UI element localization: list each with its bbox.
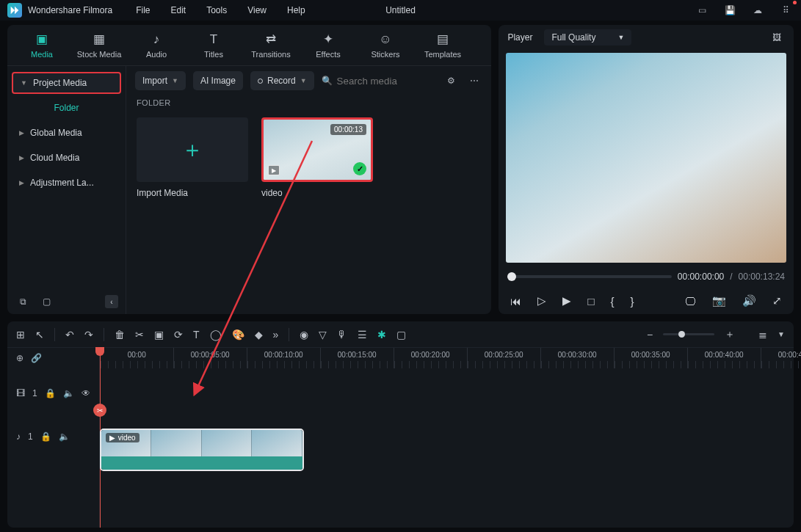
audio-track-icon: ♪ xyxy=(16,431,21,442)
fullscreen-icon[interactable]: ⤢ xyxy=(772,294,782,307)
sidebar-project-media-label: Project Media xyxy=(33,78,87,88)
play-back-icon[interactable]: ▷ xyxy=(537,294,546,307)
sidebar-project-media[interactable]: ▼ Project Media xyxy=(12,72,121,94)
audio-track-header[interactable]: ♪ 1 🔒 🔈 xyxy=(7,418,99,455)
visibility-icon[interactable]: 👁 xyxy=(81,388,90,398)
tab-stickers[interactable]: ☺ Stickers xyxy=(358,32,413,59)
search-input[interactable] xyxy=(337,76,436,87)
zoom-in-icon[interactable]: ＋ xyxy=(725,328,735,341)
markers-icon[interactable]: ▽ xyxy=(319,329,327,340)
duration-badge: 00:00:13 xyxy=(330,124,366,135)
sidebar-collapse-button[interactable]: ‹ xyxy=(105,295,118,308)
sidebar-adjustment-layers[interactable]: ▶ Adjustment La... xyxy=(12,172,121,194)
menu-help[interactable]: Help xyxy=(287,5,305,15)
chevron-down-icon: ▼ xyxy=(172,77,178,84)
lock-icon[interactable]: 🔒 xyxy=(45,388,56,398)
play-icon[interactable]: ▶ xyxy=(562,294,571,307)
new-bin-icon[interactable]: ⧉ xyxy=(15,294,31,310)
voice-icon[interactable]: 🎙 xyxy=(337,329,347,340)
ai-image-button[interactable]: AI Image xyxy=(193,71,243,90)
mark-in-icon[interactable]: { xyxy=(610,295,614,307)
volume-icon[interactable]: 🔊 xyxy=(742,294,756,307)
video-track-header[interactable]: 🎞 1 🔒 🔈 👁 xyxy=(7,368,99,418)
focus-icon[interactable]: ◉ xyxy=(300,329,308,340)
sidebar-folder[interactable]: Folder xyxy=(12,97,121,119)
check-used-icon: ✓ xyxy=(353,162,366,175)
scrub-knob[interactable] xyxy=(507,272,516,281)
preview-canvas[interactable] xyxy=(506,53,786,263)
notification-dot xyxy=(793,1,797,4)
delete-icon[interactable]: 🗑 xyxy=(115,329,125,340)
playhead-scissor-icon[interactable]: ✂ xyxy=(93,404,106,417)
lock-icon[interactable]: 🔒 xyxy=(40,431,51,442)
add-track-icon[interactable]: ⊕ xyxy=(16,353,23,363)
text-icon[interactable]: T xyxy=(193,329,200,340)
tab-templates[interactable]: ▤ Templates xyxy=(416,32,470,59)
media-thumb-video[interactable]: 00:00:13 ▶ ✓ xyxy=(261,117,373,182)
import-button[interactable]: Import ▼ xyxy=(135,71,186,90)
track-view-icon[interactable]: ≣ xyxy=(758,329,767,340)
mixer-icon[interactable]: ☰ xyxy=(358,329,367,340)
menu-view[interactable]: View xyxy=(247,5,267,15)
mute-icon[interactable]: 🔈 xyxy=(63,388,74,398)
menu-tools[interactable]: Tools xyxy=(206,5,227,15)
caret-right-icon: ▶ xyxy=(19,129,24,136)
undo-icon[interactable]: ↶ xyxy=(65,329,74,340)
new-folder-icon[interactable]: ▢ xyxy=(38,294,54,310)
pointer-icon[interactable]: ↖ xyxy=(35,329,44,340)
plus-icon: ＋ xyxy=(181,135,203,165)
ruler-tick: 00:00:35:00 xyxy=(614,348,687,368)
tab-stock-media[interactable]: ▦ Stock Media xyxy=(72,32,126,59)
link-icon[interactable]: 🔗 xyxy=(31,353,42,363)
stickers-icon: ☺ xyxy=(379,32,391,47)
sidebar-global-media[interactable]: ▶ Global Media xyxy=(12,122,121,144)
time-total: 00:00:13:24 xyxy=(739,272,785,282)
speed-icon[interactable]: ⟳ xyxy=(174,329,183,340)
prev-frame-icon[interactable]: ⏮ xyxy=(510,295,521,307)
record-button[interactable]: Record ▼ xyxy=(250,71,314,90)
auto-reframe-icon[interactable]: ⊞ xyxy=(16,329,25,340)
tab-media[interactable]: ▣ Media xyxy=(15,32,69,59)
menu-file[interactable]: File xyxy=(136,5,150,15)
magnetic-icon[interactable]: ✱ xyxy=(377,329,386,340)
display-icon[interactable]: 🖵 xyxy=(685,295,696,307)
import-media-tile[interactable]: ＋ xyxy=(137,117,248,182)
filter-icon[interactable]: ⚙ xyxy=(443,73,459,89)
camera-icon[interactable]: 📷 xyxy=(712,294,726,307)
zoom-slider[interactable] xyxy=(663,333,714,335)
palette-icon[interactable]: 🎨 xyxy=(232,329,244,340)
snapshot-icon[interactable]: 🖼 xyxy=(769,29,785,45)
clip-audio-waveform xyxy=(101,456,302,470)
stop-icon[interactable]: □ xyxy=(587,295,594,307)
cloud-upload-icon[interactable]: ☁ xyxy=(750,2,766,18)
sidebar-adjustment-label: Adjustment La... xyxy=(30,178,94,188)
tab-transitions[interactable]: ⇄ Transitions xyxy=(244,32,298,59)
keyframe-icon[interactable]: ◆ xyxy=(255,329,263,340)
split-icon[interactable]: ✂ xyxy=(135,329,144,340)
device-icon[interactable]: ▭ xyxy=(694,2,710,18)
more-icon[interactable]: ⋯ xyxy=(466,73,482,89)
timeline-ruler[interactable]: 00:00 00:00:05:00 00:00:10:00 00:00:15:0… xyxy=(100,348,801,368)
redo-icon[interactable]: ↷ xyxy=(84,329,93,340)
overflow-icon[interactable]: » xyxy=(273,329,279,340)
video-type-icon: ▶ xyxy=(268,165,280,175)
timeline-clip-video[interactable]: ▶ video xyxy=(100,429,304,471)
scrub-bar[interactable] xyxy=(507,275,671,278)
sidebar-cloud-media[interactable]: ▶ Cloud Media xyxy=(12,147,121,169)
tab-audio[interactable]: ♪ Audio xyxy=(129,32,184,59)
quality-dropdown[interactable]: Full Quality ▼ xyxy=(544,29,631,45)
menu-edit[interactable]: Edit xyxy=(171,5,186,15)
apps-grid-icon[interactable]: ⠿ xyxy=(778,2,794,18)
chevron-down-icon[interactable]: ▼ xyxy=(778,330,785,338)
mark-out-icon[interactable]: } xyxy=(630,295,634,307)
effects-icon: ✦ xyxy=(323,32,333,47)
divider xyxy=(54,328,55,341)
tab-titles[interactable]: T Titles xyxy=(186,32,241,59)
zoom-out-icon[interactable]: − xyxy=(647,329,653,340)
save-icon[interactable]: 💾 xyxy=(722,2,738,18)
thumbnail-view-icon[interactable]: ▢ xyxy=(396,329,406,340)
mute-icon[interactable]: 🔈 xyxy=(59,431,70,442)
tab-effects[interactable]: ✦ Effects xyxy=(301,32,355,59)
crop-icon[interactable]: ▣ xyxy=(154,329,164,340)
color-tool-icon[interactable]: ◯ xyxy=(210,329,222,340)
